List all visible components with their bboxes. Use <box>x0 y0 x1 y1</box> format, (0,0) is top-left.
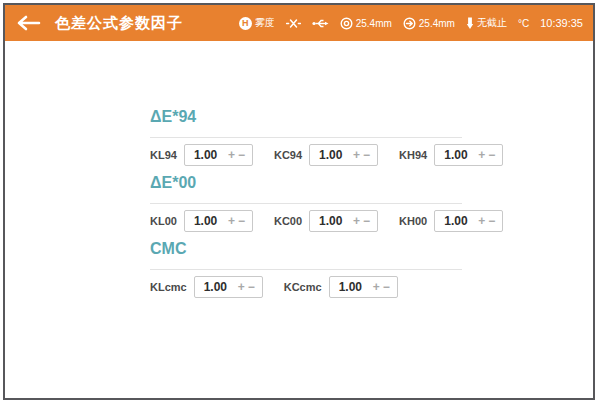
increment-button[interactable]: + <box>478 215 485 227</box>
klcmc-input[interactable]: 1.00 + − <box>194 276 263 298</box>
circle-arrow-icon <box>403 17 416 30</box>
section-title: ΔE*00 <box>150 174 462 192</box>
increment-button[interactable]: + <box>353 149 360 161</box>
increment-button[interactable]: + <box>228 215 235 227</box>
kl94-input[interactable]: 1.00 + − <box>184 144 253 166</box>
field-value: 1.00 <box>339 280 364 294</box>
device-screen: 色差公式参数因子 H 雾度 2 <box>3 3 595 400</box>
section-de00: ΔE*00 KL00 1.00 + − KC00 1.00 + − KH00 1… <box>150 174 462 233</box>
kh00-input[interactable]: 1.00 + − <box>434 210 503 232</box>
field-label-kccmc: KCcmc <box>284 281 322 293</box>
section-cmc: CMC KLcmc 1.00 + − KCcmc 1.00 + − <box>150 240 462 299</box>
haze-mode-indicator: H 雾度 <box>239 16 275 30</box>
field-row: KLcmc 1.00 + − KCcmc 1.00 + − <box>150 275 462 299</box>
field-value: 1.00 <box>194 214 219 228</box>
uv-label: 无截止 <box>477 16 507 30</box>
field-label-kl00: KL00 <box>150 215 177 227</box>
field-value: 1.00 <box>444 148 469 162</box>
decrement-button[interactable]: − <box>488 215 495 227</box>
uv-lamp-icon <box>466 17 474 30</box>
page-title: 色差公式参数因子 <box>55 14 183 33</box>
kccmc-input[interactable]: 1.00 + − <box>329 276 398 298</box>
status-bar: H 雾度 25.4mm <box>239 16 583 30</box>
field-value: 1.00 <box>204 280 229 294</box>
field-value: 1.00 <box>444 214 469 228</box>
header-bar: 色差公式参数因子 H 雾度 2 <box>5 5 593 41</box>
decrement-button[interactable]: − <box>238 149 245 161</box>
temperature-unit: °C <box>518 18 529 29</box>
back-button[interactable] <box>17 15 41 31</box>
kh94-input[interactable]: 1.00 + − <box>434 144 503 166</box>
haze-label: 雾度 <box>255 16 275 30</box>
uv-indicator: 无截止 <box>466 16 507 30</box>
kl00-input[interactable]: 1.00 + − <box>184 210 253 232</box>
section-divider <box>150 203 462 204</box>
decrement-button[interactable]: − <box>383 281 390 293</box>
clock-time: 10:39:35 <box>540 17 583 29</box>
increment-button[interactable]: + <box>238 281 245 293</box>
decrement-button[interactable]: − <box>248 281 255 293</box>
kc94-input[interactable]: 1.00 + − <box>309 144 378 166</box>
haze-badge-icon: H <box>239 17 252 30</box>
field-label-kc94: KC94 <box>274 149 302 161</box>
aperture-icon <box>340 17 353 30</box>
increment-button[interactable]: + <box>228 149 235 161</box>
section-divider <box>150 269 462 270</box>
field-row: KL00 1.00 + − KC00 1.00 + − KH00 1.00 + … <box>150 209 462 233</box>
arrow-left-icon <box>17 15 41 31</box>
increment-button[interactable]: + <box>478 149 485 161</box>
section-de94: ΔE*94 KL94 1.00 + − KC94 1.00 + − KH94 1… <box>150 108 462 167</box>
field-label-kc00: KC00 <box>274 215 302 227</box>
increment-button[interactable]: + <box>353 215 360 227</box>
decrement-button[interactable]: − <box>488 149 495 161</box>
usb-icon <box>312 18 329 29</box>
field-row: KL94 1.00 + − KC94 1.00 + − KH94 1.00 + … <box>150 143 462 167</box>
spot-value: 25.4mm <box>419 18 455 29</box>
decrement-button[interactable]: − <box>363 149 370 161</box>
field-label-kl94: KL94 <box>150 149 177 161</box>
decrement-button[interactable]: − <box>238 215 245 227</box>
increment-button[interactable]: + <box>373 281 380 293</box>
field-label-klcmc: KLcmc <box>150 281 187 293</box>
section-title: ΔE*94 <box>150 108 462 126</box>
spot-indicator: 25.4mm <box>403 17 455 30</box>
field-value: 1.00 <box>194 148 219 162</box>
field-value: 1.00 <box>319 214 344 228</box>
field-label-kh94: KH94 <box>399 149 427 161</box>
field-value: 1.00 <box>319 148 344 162</box>
aperture-indicator: 25.4mm <box>340 17 392 30</box>
kc00-input[interactable]: 1.00 + − <box>309 210 378 232</box>
section-divider <box>150 137 462 138</box>
section-title: CMC <box>150 240 462 258</box>
bluetooth-off-icon <box>286 18 301 29</box>
parameter-panel: ΔE*94 KL94 1.00 + − KC94 1.00 + − KH94 1… <box>5 41 593 299</box>
decrement-button[interactable]: − <box>363 215 370 227</box>
aperture-value: 25.4mm <box>356 18 392 29</box>
field-label-kh00: KH00 <box>399 215 427 227</box>
